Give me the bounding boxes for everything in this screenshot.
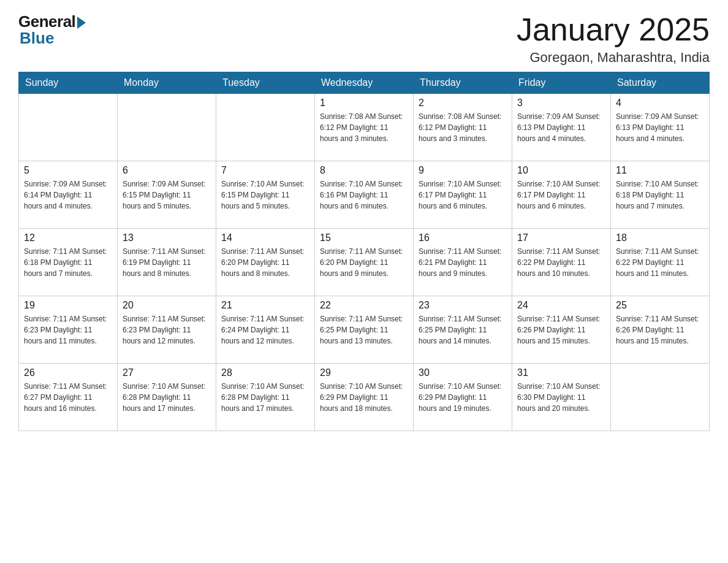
day-number: 29 (320, 367, 408, 378)
day-info: Sunrise: 7:11 AM Sunset: 6:26 PM Dayligh… (517, 313, 605, 347)
day-number: 16 (419, 232, 507, 243)
calendar-cell: 7Sunrise: 7:10 AM Sunset: 6:15 PM Daylig… (216, 161, 315, 229)
calendar-cell: 28Sunrise: 7:10 AM Sunset: 6:28 PM Dayli… (216, 364, 315, 431)
logo-arrow-icon (77, 17, 86, 29)
day-info: Sunrise: 7:11 AM Sunset: 6:23 PM Dayligh… (24, 313, 112, 347)
day-number: 20 (123, 300, 211, 311)
day-number: 31 (517, 367, 605, 378)
calendar-cell (19, 94, 118, 161)
day-number: 5 (24, 165, 112, 176)
day-info: Sunrise: 7:11 AM Sunset: 6:26 PM Dayligh… (616, 313, 704, 347)
week-row-1: 1Sunrise: 7:08 AM Sunset: 6:12 PM Daylig… (19, 94, 710, 161)
day-info: Sunrise: 7:10 AM Sunset: 6:18 PM Dayligh… (616, 178, 704, 212)
day-number: 22 (320, 300, 408, 311)
logo: General Blue (18, 12, 86, 48)
day-info: Sunrise: 7:09 AM Sunset: 6:15 PM Dayligh… (123, 178, 211, 212)
weekday-header-saturday: Saturday (611, 72, 710, 94)
calendar-cell (611, 364, 710, 431)
day-info: Sunrise: 7:11 AM Sunset: 6:24 PM Dayligh… (221, 313, 309, 347)
calendar-cell: 1Sunrise: 7:08 AM Sunset: 6:12 PM Daylig… (315, 94, 414, 161)
day-info: Sunrise: 7:08 AM Sunset: 6:12 PM Dayligh… (320, 111, 408, 144)
day-number: 11 (616, 165, 704, 176)
calendar-cell: 31Sunrise: 7:10 AM Sunset: 6:30 PM Dayli… (512, 364, 611, 431)
day-info: Sunrise: 7:11 AM Sunset: 6:18 PM Dayligh… (24, 246, 112, 279)
day-number: 2 (419, 98, 507, 109)
calendar-cell: 22Sunrise: 7:11 AM Sunset: 6:25 PM Dayli… (315, 296, 414, 364)
calendar-cell (118, 94, 216, 161)
day-info: Sunrise: 7:11 AM Sunset: 6:20 PM Dayligh… (221, 246, 309, 279)
day-number: 1 (320, 98, 408, 109)
calendar-cell: 9Sunrise: 7:10 AM Sunset: 6:17 PM Daylig… (414, 161, 512, 229)
calendar-cell: 2Sunrise: 7:08 AM Sunset: 6:12 PM Daylig… (414, 94, 512, 161)
day-info: Sunrise: 7:11 AM Sunset: 6:25 PM Dayligh… (320, 313, 408, 347)
day-number: 3 (517, 98, 605, 109)
calendar-cell: 26Sunrise: 7:11 AM Sunset: 6:27 PM Dayli… (19, 364, 118, 431)
day-info: Sunrise: 7:10 AM Sunset: 6:17 PM Dayligh… (517, 178, 605, 212)
day-number: 24 (517, 300, 605, 311)
calendar-cell: 21Sunrise: 7:11 AM Sunset: 6:24 PM Dayli… (216, 296, 315, 364)
day-number: 26 (24, 367, 112, 378)
calendar-cell: 30Sunrise: 7:10 AM Sunset: 6:29 PM Dayli… (414, 364, 512, 431)
location: Goregaon, Maharashtra, India (517, 50, 710, 66)
title-block: January 2025 Goregaon, Maharashtra, Indi… (517, 12, 710, 66)
day-info: Sunrise: 7:11 AM Sunset: 6:22 PM Dayligh… (517, 246, 605, 279)
week-row-5: 26Sunrise: 7:11 AM Sunset: 6:27 PM Dayli… (19, 364, 710, 431)
day-info: Sunrise: 7:11 AM Sunset: 6:19 PM Dayligh… (123, 246, 211, 279)
calendar-cell: 19Sunrise: 7:11 AM Sunset: 6:23 PM Dayli… (19, 296, 118, 364)
calendar-cell: 27Sunrise: 7:10 AM Sunset: 6:28 PM Dayli… (118, 364, 216, 431)
day-info: Sunrise: 7:10 AM Sunset: 6:28 PM Dayligh… (221, 381, 309, 414)
calendar-cell: 3Sunrise: 7:09 AM Sunset: 6:13 PM Daylig… (512, 94, 611, 161)
day-info: Sunrise: 7:10 AM Sunset: 6:30 PM Dayligh… (517, 381, 605, 414)
day-number: 15 (320, 232, 408, 243)
calendar-cell: 29Sunrise: 7:10 AM Sunset: 6:29 PM Dayli… (315, 364, 414, 431)
calendar-cell: 25Sunrise: 7:11 AM Sunset: 6:26 PM Dayli… (611, 296, 710, 364)
day-number: 17 (517, 232, 605, 243)
day-info: Sunrise: 7:09 AM Sunset: 6:13 PM Dayligh… (616, 111, 704, 144)
week-row-4: 19Sunrise: 7:11 AM Sunset: 6:23 PM Dayli… (19, 296, 710, 364)
calendar-cell: 24Sunrise: 7:11 AM Sunset: 6:26 PM Dayli… (512, 296, 611, 364)
day-number: 13 (123, 232, 211, 243)
weekday-header-friday: Friday (512, 72, 611, 94)
day-info: Sunrise: 7:11 AM Sunset: 6:25 PM Dayligh… (419, 313, 507, 347)
day-info: Sunrise: 7:09 AM Sunset: 6:13 PM Dayligh… (517, 111, 605, 144)
day-number: 19 (24, 300, 112, 311)
day-number: 4 (616, 98, 704, 109)
calendar-cell: 13Sunrise: 7:11 AM Sunset: 6:19 PM Dayli… (118, 229, 216, 296)
day-number: 7 (221, 165, 309, 176)
day-info: Sunrise: 7:10 AM Sunset: 6:29 PM Dayligh… (320, 381, 408, 414)
logo-blue-text: Blue (20, 29, 54, 48)
day-info: Sunrise: 7:11 AM Sunset: 6:21 PM Dayligh… (419, 246, 507, 279)
day-info: Sunrise: 7:11 AM Sunset: 6:22 PM Dayligh… (616, 246, 704, 279)
weekday-header-wednesday: Wednesday (315, 72, 414, 94)
day-info: Sunrise: 7:10 AM Sunset: 6:17 PM Dayligh… (419, 178, 507, 212)
week-row-2: 5Sunrise: 7:09 AM Sunset: 6:14 PM Daylig… (19, 161, 710, 229)
day-number: 18 (616, 232, 704, 243)
weekday-header-tuesday: Tuesday (216, 72, 315, 94)
week-row-3: 12Sunrise: 7:11 AM Sunset: 6:18 PM Dayli… (19, 229, 710, 296)
day-number: 21 (221, 300, 309, 311)
day-info: Sunrise: 7:10 AM Sunset: 6:29 PM Dayligh… (419, 381, 507, 414)
day-info: Sunrise: 7:11 AM Sunset: 6:23 PM Dayligh… (123, 313, 211, 347)
weekday-header-monday: Monday (118, 72, 216, 94)
day-info: Sunrise: 7:10 AM Sunset: 6:28 PM Dayligh… (123, 381, 211, 414)
calendar-cell: 14Sunrise: 7:11 AM Sunset: 6:20 PM Dayli… (216, 229, 315, 296)
calendar-cell: 11Sunrise: 7:10 AM Sunset: 6:18 PM Dayli… (611, 161, 710, 229)
calendar-cell: 10Sunrise: 7:10 AM Sunset: 6:17 PM Dayli… (512, 161, 611, 229)
day-number: 30 (419, 367, 507, 378)
day-info: Sunrise: 7:11 AM Sunset: 6:27 PM Dayligh… (24, 381, 112, 414)
weekday-header-thursday: Thursday (414, 72, 512, 94)
calendar-cell: 17Sunrise: 7:11 AM Sunset: 6:22 PM Dayli… (512, 229, 611, 296)
day-number: 9 (419, 165, 507, 176)
calendar-cell: 16Sunrise: 7:11 AM Sunset: 6:21 PM Dayli… (414, 229, 512, 296)
calendar-cell: 18Sunrise: 7:11 AM Sunset: 6:22 PM Dayli… (611, 229, 710, 296)
calendar-cell: 23Sunrise: 7:11 AM Sunset: 6:25 PM Dayli… (414, 296, 512, 364)
calendar-cell (216, 94, 315, 161)
day-info: Sunrise: 7:10 AM Sunset: 6:15 PM Dayligh… (221, 178, 309, 212)
day-info: Sunrise: 7:11 AM Sunset: 6:20 PM Dayligh… (320, 246, 408, 279)
calendar-cell: 4Sunrise: 7:09 AM Sunset: 6:13 PM Daylig… (611, 94, 710, 161)
calendar-cell: 12Sunrise: 7:11 AM Sunset: 6:18 PM Dayli… (19, 229, 118, 296)
day-number: 8 (320, 165, 408, 176)
weekday-header-row: SundayMondayTuesdayWednesdayThursdayFrid… (19, 72, 710, 94)
month-title: January 2025 (517, 12, 710, 47)
day-number: 10 (517, 165, 605, 176)
